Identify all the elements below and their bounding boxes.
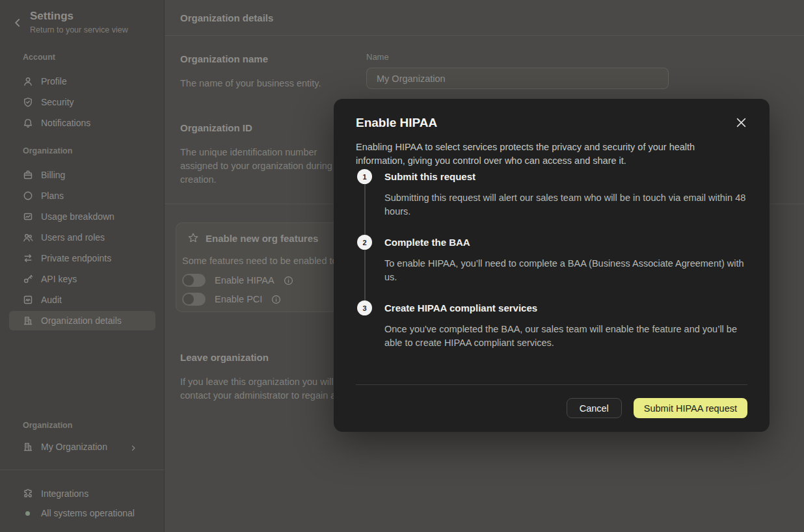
star-icon <box>187 232 199 244</box>
sidebar-item-billing[interactable]: Billing <box>9 165 155 185</box>
app-root: Settings Return to your service view Acc… <box>0 0 804 532</box>
sidebar-item-organization-details[interactable]: Organization details <box>9 311 155 330</box>
header-divider <box>165 35 804 36</box>
sidebar-item-integrations[interactable]: Integrations <box>9 484 155 503</box>
enable-hipaa-modal: Enable HIPAA Enabling HIPAA to select se… <box>334 99 770 432</box>
step-1-title: Submit this request <box>384 171 476 182</box>
users-icon <box>23 232 33 243</box>
page-title: Organization details <box>180 12 273 23</box>
sidebar-item-users-and-roles[interactable]: Users and roles <box>9 228 155 247</box>
features-card-title: Enable new org features <box>206 233 318 244</box>
step-2-body: To enable HIPAA, you’ll need to complete… <box>384 257 752 284</box>
sidebar-item-audit[interactable]: Audit <box>9 290 155 310</box>
enable-hipaa-toggle[interactable] <box>182 274 206 287</box>
usage-chart-icon <box>23 211 33 222</box>
sidebar-item-security[interactable]: Security <box>9 92 155 112</box>
key-icon <box>23 274 33 284</box>
sidebar-item-plans[interactable]: Plans <box>9 186 155 206</box>
section-label-organization-bottom: Organization <box>23 421 72 430</box>
puzzle-icon <box>23 488 33 499</box>
shield-check-icon <box>23 97 33 107</box>
submit-hipaa-button[interactable]: Submit HIPAA request <box>634 398 747 418</box>
audit-activity-icon <box>23 295 33 305</box>
sidebar-item-label: Private endpoints <box>41 253 111 263</box>
org-id-description: The unique identification number assigne… <box>180 146 351 187</box>
enable-pci-label: Enable PCI <box>215 294 262 304</box>
sidebar-item-my-organization[interactable]: My Organization <box>9 437 155 457</box>
info-icon[interactable] <box>284 276 293 286</box>
enable-pci-row: Enable PCI <box>182 293 281 306</box>
enable-hipaa-label: Enable HIPAA <box>215 275 275 286</box>
modal-footer-divider <box>356 384 747 385</box>
sidebar-item-label: Usage breakdown <box>41 211 114 222</box>
enable-hipaa-row: Enable HIPAA <box>182 274 293 287</box>
modal-description: Enabling HIPAA to select services protec… <box>356 140 721 168</box>
close-icon[interactable] <box>736 118 746 127</box>
step-3-title: Create HIPAA compliant services <box>384 302 537 313</box>
sidebar-item-label: Notifications <box>41 118 90 128</box>
org-id-title: Organization ID <box>180 122 252 133</box>
user-icon <box>23 76 33 86</box>
sidebar-item-label: Organization details <box>41 315 122 326</box>
step-2-badge: 2 <box>357 235 372 250</box>
sidebar-item-label: Billing <box>41 170 65 180</box>
settings-sidebar: Settings Return to your service view Acc… <box>0 0 165 532</box>
chevron-right-icon <box>129 443 137 451</box>
bell-icon <box>23 118 33 128</box>
sidebar-item-label: My Organization <box>41 442 107 452</box>
step-3-badge: 3 <box>357 300 372 315</box>
org-name-input[interactable] <box>366 68 669 89</box>
sidebar-subtitle: Return to your service view <box>30 25 128 34</box>
sidebar-item-usage-breakdown[interactable]: Usage breakdown <box>9 207 155 226</box>
org-name-title: Organization name <box>180 53 268 64</box>
sidebar-divider <box>0 470 165 470</box>
modal-title: Enable HIPAA <box>356 116 437 130</box>
sidebar-item-private-endpoints[interactable]: Private endpoints <box>9 248 155 268</box>
sidebar-item-label: API keys <box>41 274 77 284</box>
cancel-button[interactable]: Cancel <box>567 398 622 418</box>
wallet-icon <box>23 170 33 180</box>
step-1-body: Submitting this request will alert our s… <box>384 191 752 219</box>
step-1-badge: 1 <box>357 169 372 184</box>
sidebar-item-api-keys[interactable]: API keys <box>9 269 155 289</box>
leave-org-title: Leave organization <box>180 352 269 363</box>
circle-icon <box>23 191 33 201</box>
sidebar-item-profile[interactable]: Profile <box>9 72 155 91</box>
org-name-description: The name of your business entity. <box>180 77 351 90</box>
sidebar-item-label: Security <box>41 97 74 107</box>
sidebar-item-label: Integrations <box>41 488 88 499</box>
sidebar-item-label: Audit <box>41 295 62 305</box>
swap-arrows-icon <box>23 253 33 263</box>
building-icon <box>23 442 33 452</box>
sidebar-item-notifications[interactable]: Notifications <box>9 113 155 133</box>
step-3-body: Once you've completed the BAA, our sales… <box>384 323 752 350</box>
section-label-account: Account <box>23 53 55 62</box>
status-dot-icon <box>25 511 30 516</box>
section-label-organization: Organization <box>23 146 72 155</box>
step-2-title: Complete the BAA <box>384 237 470 248</box>
building-icon <box>23 315 33 326</box>
sidebar-item-label: Plans <box>41 191 64 201</box>
sidebar-item-label: Users and roles <box>41 232 105 243</box>
status-label: All systems operational <box>41 508 135 518</box>
back-chevron-icon[interactable] <box>12 17 23 29</box>
info-icon[interactable] <box>271 295 281 304</box>
sidebar-item-label: Profile <box>41 76 67 86</box>
name-field-label: Name <box>366 52 389 62</box>
sidebar-title: Settings <box>30 10 74 23</box>
sidebar-item-system-status[interactable]: All systems operational <box>9 503 155 523</box>
enable-pci-toggle[interactable] <box>182 293 206 306</box>
